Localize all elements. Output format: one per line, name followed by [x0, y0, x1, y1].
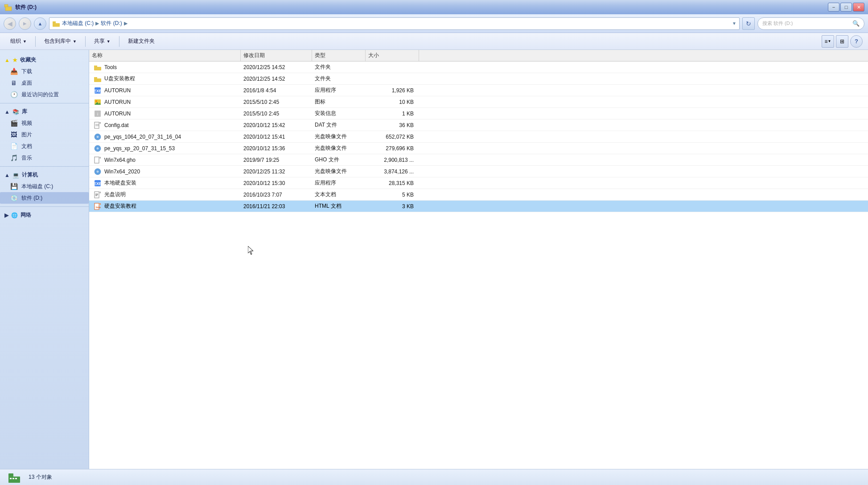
minimize-button[interactable]: −	[828, 3, 839, 12]
sidebar-item-music[interactable]: 🎵 音乐	[0, 152, 89, 164]
file-row[interactable]: pe_yqs_xp_20_07_31_15_532020/10/12 15:36…	[89, 143, 868, 154]
sidebar-network-section: ▶ 🌐 网络	[0, 210, 89, 221]
folder-icon	[52, 20, 60, 28]
status-bar-icon	[7, 470, 21, 485]
file-cell-date: 2020/12/25 14:52	[241, 64, 312, 70]
title-bar-left: 软件 (D:)	[4, 3, 37, 12]
sidebar-favorites-section: ▲ ★ 收藏夹 📥 下载 🖥 桌面 🕐 最近访问的位置	[0, 54, 89, 100]
file-cell-size: 10 KB	[366, 99, 419, 105]
sidebar-item-downloads[interactable]: 📥 下载	[0, 66, 89, 77]
file-cell-date: 2015/5/10 2:45	[241, 111, 312, 117]
col-header-name[interactable]: 名称	[89, 50, 241, 61]
back-button[interactable]: ◀	[4, 17, 16, 30]
file-row[interactable]: iAUTORUN2015/5/10 2:45安装信息1 KB	[89, 108, 868, 119]
breadcrumb-sep-2: ▶	[124, 21, 128, 26]
file-row[interactable]: Config.dat2020/10/12 15:42DAT 文件36 KB	[89, 119, 868, 131]
new-folder-button[interactable]: 新建文件夹	[123, 35, 160, 48]
recent-icon: 🕐	[10, 90, 18, 99]
file-cell-name: EXE本地硬盘安装	[89, 179, 241, 187]
sidebar-item-drive-c[interactable]: 💾 本地磁盘 (C:)	[0, 181, 89, 192]
main-area: ▲ ★ 收藏夹 📥 下载 🖥 桌面 🕐 最近访问的位置 ▲ 📚	[0, 50, 868, 469]
file-row[interactable]: pe_yqs_1064_20_07_31_16_042020/10/12 15:…	[89, 131, 868, 143]
file-type-icon	[94, 168, 102, 176]
window-title: 软件 (D:)	[15, 4, 37, 11]
sidebar-network-header[interactable]: ▶ 🌐 网络	[0, 210, 89, 221]
file-cell-date: 2016/1/8 4:54	[241, 87, 312, 94]
svg-rect-15	[95, 122, 99, 128]
file-type-icon: htm	[94, 202, 102, 210]
sidebar-favorites-header[interactable]: ▲ ★ 收藏夹	[0, 54, 89, 66]
view-toggle-button[interactable]: ≡ ▼	[822, 35, 834, 48]
sidebar-libraries-header[interactable]: ▲ 📚 库	[0, 106, 89, 117]
help-button[interactable]: ?	[850, 35, 863, 48]
libraries-expand-icon: ▲	[4, 109, 10, 115]
file-cell-type: 光盘映像文件	[312, 168, 366, 175]
col-header-size[interactable]: 大小	[366, 50, 419, 61]
col-header-type[interactable]: 类型	[312, 50, 366, 61]
sidebar-item-drive-d[interactable]: 💿 软件 (D:)	[0, 192, 89, 204]
sidebar-item-recent[interactable]: 🕐 最近访问的位置	[0, 89, 89, 100]
file-name-text: AUTORUN	[104, 99, 131, 105]
up-button[interactable]: ▲	[34, 17, 46, 30]
sidebar-item-documents[interactable]: 📄 文档	[0, 140, 89, 152]
share-button[interactable]: 共享 ▼	[89, 35, 115, 48]
sidebar-divider-2	[0, 166, 89, 167]
file-cell-size: 28,315 KB	[366, 180, 419, 186]
file-cell-name: Win7x64.gho	[89, 156, 241, 164]
svg-rect-47	[12, 478, 14, 479]
svg-text:i: i	[97, 112, 98, 116]
refresh-button[interactable]: ↻	[742, 17, 755, 30]
file-cell-size: 3,874,126 ...	[366, 169, 419, 175]
file-cell-name: Config.dat	[89, 121, 241, 129]
file-cell-name: pe_yqs_xp_20_07_31_15_53	[89, 144, 241, 152]
search-bar[interactable]: 搜索 软件 (D:) 🔍	[757, 17, 864, 30]
file-type-icon	[94, 121, 102, 129]
file-row[interactable]: Tools2020/12/25 14:52文件夹	[89, 62, 868, 73]
maximize-button[interactable]: □	[840, 3, 852, 12]
file-cell-date: 2020/10/12 15:36	[241, 145, 312, 152]
recent-label: 最近访问的位置	[21, 91, 59, 99]
breadcrumb-bar[interactable]: 本地磁盘 (C:) ▶ 软件 (D:) ▶ ▼	[49, 17, 740, 30]
file-row[interactable]: Win7x64.gho2019/9/7 19:25GHO 文件2,900,813…	[89, 154, 868, 166]
svg-text:EXE: EXE	[94, 89, 102, 93]
svg-rect-48	[15, 478, 17, 479]
preview-pane-button[interactable]: ⊞	[836, 35, 848, 48]
sidebar-item-desktop[interactable]: 🖥 桌面	[0, 77, 89, 89]
sidebar-computer-header[interactable]: ▲ 💻 计算机	[0, 169, 89, 181]
sidebar-item-pictures[interactable]: 🖼 图片	[0, 129, 89, 140]
file-name-text: 本地硬盘安装	[104, 179, 136, 187]
file-row[interactable]: htm硬盘安装教程2016/11/21 22:03HTML 文档3 KB	[89, 201, 868, 212]
close-button[interactable]: ✕	[853, 3, 864, 12]
file-row[interactable]: EXE本地硬盘安装2020/10/12 15:30应用程序28,315 KB	[89, 177, 868, 189]
file-name-text: pe_yqs_1064_20_07_31_16_04	[104, 134, 181, 140]
file-cell-type: 文件夹	[312, 63, 366, 71]
sidebar-item-video[interactable]: 🎬 视频	[0, 117, 89, 129]
file-row[interactable]: Win7x64_20202020/12/25 11:32光盘映像文件3,874,…	[89, 166, 868, 177]
favorites-expand-icon: ▲	[4, 57, 10, 63]
breadcrumb-computer[interactable]: 本地磁盘 (C:)	[62, 20, 94, 27]
file-cell-type: 光盘映像文件	[312, 144, 366, 152]
breadcrumb-dropdown[interactable]: ▼	[732, 21, 736, 26]
archive-button[interactable]: 包含到库中 ▼	[39, 35, 82, 48]
file-name-text: AUTORUN	[104, 87, 131, 94]
svg-rect-1	[5, 7, 12, 11]
title-bar: 软件 (D:) − □ ✕	[0, 0, 868, 14]
desktop-icon: 🖥	[10, 79, 18, 87]
organize-button[interactable]: 组织 ▼	[5, 35, 32, 48]
file-row[interactable]: AUTORUN2015/5/10 2:45图标10 KB	[89, 96, 868, 108]
col-header-date[interactable]: 修改日期	[241, 50, 312, 61]
breadcrumb-drive[interactable]: 软件 (D:)	[101, 20, 122, 27]
file-row[interactable]: 光盘说明2016/10/23 7:07文本文档5 KB	[89, 189, 868, 201]
file-name-text: U盘安装教程	[104, 75, 135, 82]
documents-icon: 📄	[10, 142, 18, 150]
computer-label: 计算机	[22, 171, 38, 179]
forward-button[interactable]: ▶	[19, 17, 31, 30]
file-row[interactable]: EXEAUTORUN2016/1/8 4:54应用程序1,926 KB	[89, 85, 868, 96]
view-icon: ≡	[825, 38, 828, 45]
status-bar: 13 个对象	[0, 469, 868, 485]
downloads-icon: 📥	[10, 67, 18, 75]
window-controls: − □ ✕	[828, 3, 864, 12]
pictures-label: 图片	[21, 131, 32, 139]
file-row[interactable]: U盘安装教程2020/12/25 14:52文件夹	[89, 73, 868, 85]
file-cell-date: 2020/12/25 11:32	[241, 169, 312, 175]
